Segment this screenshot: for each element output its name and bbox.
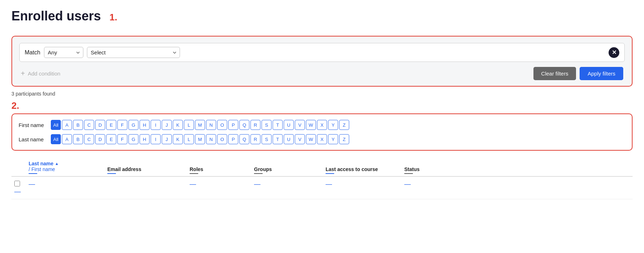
lastname-alpha-k[interactable]: K (173, 134, 183, 144)
firstname-alpha-p[interactable]: P (228, 120, 238, 130)
lastname-alpha-x[interactable]: X (317, 134, 327, 144)
firstname-alpha-s[interactable]: S (262, 120, 272, 130)
firstname-alpha-y[interactable]: Y (328, 120, 338, 130)
lastname-alpha-a[interactable]: A (62, 134, 72, 144)
lastname-alpha-e[interactable]: E (106, 134, 116, 144)
status-divider (404, 173, 413, 174)
firstname-alpha-k[interactable]: K (173, 120, 183, 130)
firstname-alpha-f[interactable]: F (117, 120, 127, 130)
th-status: Status (401, 166, 448, 174)
firstname-alpha-x[interactable]: X (317, 120, 327, 130)
lastname-alpha-z[interactable]: Z (339, 134, 349, 144)
annotation-2: 2. (11, 100, 19, 111)
firstname-sort-link[interactable]: / First name (29, 166, 102, 172)
lastname-alpha-b[interactable]: B (73, 134, 83, 144)
lastname-alpha-t[interactable]: T (273, 134, 283, 144)
th-last-access: Last access to course (323, 166, 401, 174)
td-roles: — (251, 180, 323, 188)
groups-divider (254, 173, 263, 174)
status-label: Status (404, 166, 445, 172)
firstname-alpha-buttons: All A B C D E F G H I J K L M N O P Q R … (51, 120, 349, 130)
firstname-alpha-row: First name All A B C D E F G H I J K L M… (19, 120, 625, 130)
firstname-label: First name (19, 122, 51, 128)
groups-label: Groups (254, 166, 320, 172)
add-condition-button[interactable]: + Add condition (21, 69, 60, 78)
th-groups: Groups (251, 166, 323, 174)
row-checkbox[interactable] (14, 181, 20, 186)
lastname-divider (29, 173, 37, 174)
participants-found: 3 participants found (11, 91, 633, 97)
table-header: Last name ▲ / First name Email address R… (11, 157, 633, 177)
firstname-alpha-g[interactable]: G (128, 120, 138, 130)
email-sort-link[interactable]: Email address (107, 166, 184, 172)
table-row: — — — — — — (11, 177, 633, 199)
filter-section: Match Any All Select First name Last nam… (11, 36, 633, 87)
lastname-alpha-o[interactable]: O (217, 134, 227, 144)
th-lastname: Last name ▲ / First name (26, 161, 104, 174)
remove-filter-button[interactable]: ✕ (609, 47, 619, 58)
firstname-alpha-r[interactable]: R (250, 120, 260, 130)
firstname-alpha-c[interactable]: C (84, 120, 94, 130)
lastname-alpha-w[interactable]: W (306, 134, 316, 144)
lastname-alpha-f[interactable]: F (117, 134, 127, 144)
lastname-alpha-all[interactable]: All (51, 134, 61, 144)
firstname-alpha-q[interactable]: Q (239, 120, 249, 130)
firstname-alpha-all[interactable]: All (51, 120, 61, 130)
annotation-1: 1. (109, 12, 117, 23)
firstname-alpha-w[interactable]: W (306, 120, 316, 130)
firstname-alpha-h[interactable]: H (140, 120, 150, 130)
lastname-alpha-r[interactable]: R (250, 134, 260, 144)
plus-icon: + (21, 69, 25, 78)
lastname-alpha-y[interactable]: Y (328, 134, 338, 144)
lastname-alpha-s[interactable]: S (262, 134, 272, 144)
lastname-alpha-c[interactable]: C (84, 134, 94, 144)
page-title: Enrolled users (11, 9, 101, 24)
email-divider (107, 173, 116, 174)
firstname-alpha-i[interactable]: I (151, 120, 161, 130)
lastname-alpha-d[interactable]: D (95, 134, 105, 144)
firstname-alpha-m[interactable]: M (195, 120, 205, 130)
lastname-alpha-row: Last name All A B C D E F G H I J K L M … (19, 134, 625, 144)
firstname-alpha-v[interactable]: V (295, 120, 305, 130)
firstname-alpha-o[interactable]: O (217, 120, 227, 130)
firstname-alpha-z[interactable]: Z (339, 120, 349, 130)
filter-buttons: Clear filters Apply filters (533, 67, 623, 80)
lastname-alpha-g[interactable]: G (128, 134, 138, 144)
filter-row: Match Any All Select First name Last nam… (19, 43, 625, 62)
lastname-alpha-v[interactable]: V (295, 134, 305, 144)
firstname-alpha-l[interactable]: L (184, 120, 194, 130)
firstname-alpha-u[interactable]: U (284, 120, 294, 130)
clear-filters-button[interactable]: Clear filters (533, 67, 576, 80)
lastname-alpha-l[interactable]: L (184, 134, 194, 144)
last-access-sort-link[interactable]: Last access to course (326, 166, 399, 172)
lastname-alpha-q[interactable]: Q (239, 134, 249, 144)
th-roles: Roles (187, 166, 251, 174)
apply-filters-button[interactable]: Apply filters (580, 67, 623, 80)
td-checkbox[interactable] (11, 181, 26, 188)
lastname-alpha-j[interactable]: J (162, 134, 172, 144)
lastname-label: Last name (19, 136, 51, 142)
filter-footer: + Add condition Clear filters Apply filt… (19, 67, 625, 80)
firstname-alpha-a[interactable]: A (62, 120, 72, 130)
td-status: — (11, 188, 26, 195)
firstname-alpha-b[interactable]: B (73, 120, 83, 130)
firstname-alpha-j[interactable]: J (162, 120, 172, 130)
td-last-access: — (401, 180, 448, 188)
field-select[interactable]: Select First name Last name Email addres… (87, 47, 180, 58)
lastname-alpha-n[interactable]: N (206, 134, 216, 144)
firstname-alpha-t[interactable]: T (273, 120, 283, 130)
lastname-alpha-u[interactable]: U (284, 134, 294, 144)
firstname-alpha-d[interactable]: D (95, 120, 105, 130)
lastname-alpha-m[interactable]: M (195, 134, 205, 144)
lastname-alpha-buttons: All A B C D E F G H I J K L M N O P Q R … (51, 134, 349, 144)
lastname-alpha-h[interactable]: H (140, 134, 150, 144)
lastname-alpha-i[interactable]: I (151, 134, 161, 144)
alpha-filter-section: First name All A B C D E F G H I J K L M… (11, 113, 633, 151)
firstname-alpha-e[interactable]: E (106, 120, 116, 130)
firstname-alpha-n[interactable]: N (206, 120, 216, 130)
td-groups: — (323, 180, 401, 188)
lastname-alpha-p[interactable]: P (228, 134, 238, 144)
match-any-select[interactable]: Any All (44, 47, 83, 58)
lastname-sort-link[interactable]: Last name (29, 161, 53, 166)
td-email: — (187, 180, 251, 188)
